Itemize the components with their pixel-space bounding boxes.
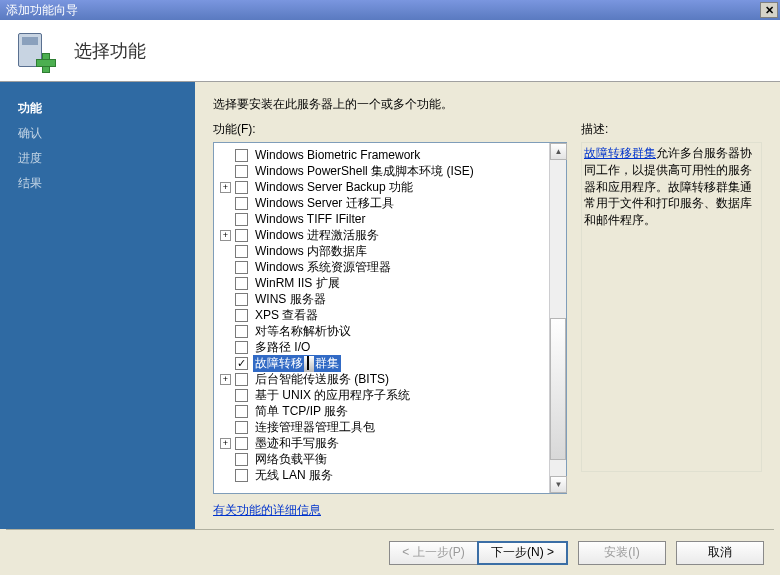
sidebar-item-2[interactable]: 进度 — [18, 146, 195, 171]
wizard-footer: < 上一步(P) 下一步(N) > 安装(I) 取消 — [0, 530, 780, 575]
feature-label[interactable]: 对等名称解析协议 — [253, 323, 353, 340]
feature-checkbox[interactable] — [235, 149, 248, 162]
tree-row[interactable]: Windows PowerShell 集成脚本环境 (ISE) — [220, 163, 547, 179]
feature-label[interactable]: 故障转移群集 — [253, 355, 341, 372]
scroll-up-button[interactable]: ▲ — [550, 143, 567, 160]
feature-checkbox[interactable] — [235, 357, 248, 370]
cursor-icon — [304, 356, 314, 372]
window-title: 添加功能向导 — [2, 2, 78, 19]
feature-checkbox[interactable] — [235, 437, 248, 450]
tree-row[interactable]: 多路径 I/O — [220, 339, 547, 355]
tree-row[interactable]: 连接管理器管理工具包 — [220, 419, 547, 435]
next-button[interactable]: 下一步(N) > — [477, 541, 568, 565]
tree-row[interactable]: WINS 服务器 — [220, 291, 547, 307]
feature-checkbox[interactable] — [235, 181, 248, 194]
cancel-button[interactable]: 取消 — [676, 541, 764, 565]
tree-row[interactable]: XPS 查看器 — [220, 307, 547, 323]
scroll-track[interactable] — [550, 160, 566, 476]
tree-row[interactable]: Windows 内部数据库 — [220, 243, 547, 259]
expand-icon[interactable]: + — [220, 230, 231, 241]
feature-label[interactable]: Windows TIFF IFilter — [253, 212, 367, 226]
tree-row[interactable]: 无线 LAN 服务 — [220, 467, 547, 483]
scroll-down-button[interactable]: ▼ — [550, 476, 567, 493]
feature-checkbox[interactable] — [235, 277, 248, 290]
feature-checkbox[interactable] — [235, 229, 248, 242]
tree-row[interactable]: Windows Server 迁移工具 — [220, 195, 547, 211]
close-button[interactable]: ✕ — [760, 2, 778, 18]
feature-label[interactable]: Windows 内部数据库 — [253, 243, 369, 260]
feature-checkbox[interactable] — [235, 309, 248, 322]
tree-row[interactable]: +墨迹和手写服务 — [220, 435, 547, 451]
features-tree[interactable]: Windows Biometric FrameworkWindows Power… — [214, 143, 549, 493]
features-tree-container: Windows Biometric FrameworkWindows Power… — [213, 142, 567, 494]
feature-label[interactable]: Windows 系统资源管理器 — [253, 259, 393, 276]
feature-label[interactable]: 无线 LAN 服务 — [253, 467, 335, 484]
feature-label[interactable]: 多路径 I/O — [253, 339, 312, 356]
feature-label[interactable]: Windows Server 迁移工具 — [253, 195, 396, 212]
feature-checkbox[interactable] — [235, 261, 248, 274]
tree-row[interactable]: +Windows Server Backup 功能 — [220, 179, 547, 195]
main-panel: 选择要安装在此服务器上的一个或多个功能。 功能(F): Windows Biom… — [195, 82, 780, 529]
sidebar-item-3[interactable]: 结果 — [18, 171, 195, 196]
feature-checkbox[interactable] — [235, 389, 248, 402]
feature-checkbox[interactable] — [235, 405, 248, 418]
feature-checkbox[interactable] — [235, 293, 248, 306]
feature-label[interactable]: WINS 服务器 — [253, 291, 328, 308]
feature-label[interactable]: 基于 UNIX 的应用程序子系统 — [253, 387, 412, 404]
feature-label[interactable]: WinRM IIS 扩展 — [253, 275, 342, 292]
feature-label[interactable]: Windows Biometric Framework — [253, 148, 422, 162]
feature-checkbox[interactable] — [235, 453, 248, 466]
scroll-thumb[interactable] — [550, 318, 566, 460]
features-label: 功能(F): — [213, 121, 567, 138]
feature-checkbox[interactable] — [235, 165, 248, 178]
description-link[interactable]: 故障转移群集 — [584, 146, 656, 160]
tree-row[interactable]: +后台智能传送服务 (BITS) — [220, 371, 547, 387]
close-icon: ✕ — [765, 4, 774, 17]
feature-label[interactable]: Windows PowerShell 集成脚本环境 (ISE) — [253, 163, 476, 180]
tree-row[interactable]: 网络负载平衡 — [220, 451, 547, 467]
feature-checkbox[interactable] — [235, 325, 248, 338]
sidebar-item-1[interactable]: 确认 — [18, 121, 195, 146]
tree-row[interactable]: Windows Biometric Framework — [220, 147, 547, 163]
expand-icon[interactable]: + — [220, 182, 231, 193]
feature-label[interactable]: 网络负载平衡 — [253, 451, 329, 468]
feature-checkbox[interactable] — [235, 213, 248, 226]
content-area: 功能确认进度结果 选择要安装在此服务器上的一个或多个功能。 功能(F): Win… — [0, 82, 780, 529]
tree-row[interactable]: WinRM IIS 扩展 — [220, 275, 547, 291]
plus-icon — [36, 53, 54, 71]
feature-label[interactable]: 简单 TCP/IP 服务 — [253, 403, 350, 420]
wizard-sidebar: 功能确认进度结果 — [0, 82, 195, 529]
feature-checkbox[interactable] — [235, 373, 248, 386]
expand-icon[interactable]: + — [220, 438, 231, 449]
tree-row[interactable]: 对等名称解析协议 — [220, 323, 547, 339]
tree-row[interactable]: Windows 系统资源管理器 — [220, 259, 547, 275]
tree-row[interactable]: 基于 UNIX 的应用程序子系统 — [220, 387, 547, 403]
more-info-link[interactable]: 有关功能的详细信息 — [213, 502, 567, 519]
scrollbar[interactable]: ▲ ▼ — [549, 143, 566, 493]
feature-label[interactable]: Windows 进程激活服务 — [253, 227, 381, 244]
feature-label[interactable]: Windows Server Backup 功能 — [253, 179, 415, 196]
instruction-text: 选择要安装在此服务器上的一个或多个功能。 — [213, 96, 762, 113]
feature-checkbox[interactable] — [235, 421, 248, 434]
feature-checkbox[interactable] — [235, 197, 248, 210]
prev-button[interactable]: < 上一步(P) — [389, 541, 477, 565]
tree-row[interactable]: 故障转移群集 — [220, 355, 547, 371]
feature-label[interactable]: 连接管理器管理工具包 — [253, 419, 377, 436]
sidebar-item-0[interactable]: 功能 — [18, 96, 195, 121]
tree-row[interactable]: Windows TIFF IFilter — [220, 211, 547, 227]
description-title: 描述: — [581, 121, 762, 138]
feature-label[interactable]: 后台智能传送服务 (BITS) — [253, 371, 391, 388]
tree-row[interactable]: 简单 TCP/IP 服务 — [220, 403, 547, 419]
feature-label[interactable]: XPS 查看器 — [253, 307, 320, 324]
expand-icon[interactable]: + — [220, 374, 231, 385]
install-button[interactable]: 安装(I) — [578, 541, 666, 565]
feature-checkbox[interactable] — [235, 341, 248, 354]
feature-checkbox[interactable] — [235, 469, 248, 482]
tree-row[interactable]: +Windows 进程激活服务 — [220, 227, 547, 243]
feature-checkbox[interactable] — [235, 245, 248, 258]
feature-label[interactable]: 墨迹和手写服务 — [253, 435, 341, 452]
wizard-icon — [14, 31, 54, 71]
description-body: 故障转移群集允许多台服务器协同工作，以提供高可用性的服务器和应用程序。故障转移群… — [581, 142, 762, 472]
wizard-header: 选择功能 — [0, 20, 780, 82]
page-title: 选择功能 — [74, 39, 146, 63]
